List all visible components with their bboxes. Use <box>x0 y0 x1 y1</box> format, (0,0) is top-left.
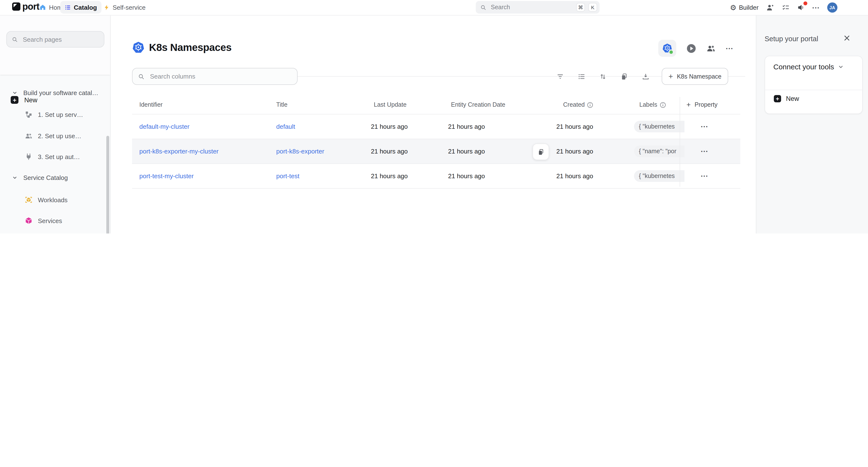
sidebar-search[interactable] <box>6 31 104 47</box>
plug-icon <box>25 153 33 161</box>
announcements-button[interactable] <box>797 3 805 12</box>
labels-chip[interactable]: { "kubernetes <box>634 170 684 182</box>
item-label: Services <box>38 217 62 224</box>
cell-title-link[interactable]: port-test <box>276 172 299 180</box>
info-icon[interactable] <box>587 102 593 108</box>
tab-self-service[interactable]: Self-service <box>99 1 150 13</box>
search-columns-input[interactable] <box>149 72 292 80</box>
ellipsis-icon: ••• <box>726 46 734 51</box>
more-menu-button[interactable]: ••• <box>812 5 820 10</box>
main-content: K8s Namespaces ••• <box>111 15 756 234</box>
column-header-last-update[interactable]: Last Update <box>374 101 407 108</box>
entities-table: Identifier Title Last Update Entity Crea… <box>132 97 740 189</box>
builder-label: Builder <box>739 4 758 11</box>
table-row[interactable]: port-k8s-exporter-my-cluster port-k8s-ex… <box>132 139 740 164</box>
page-title: K8s Namespaces <box>149 42 231 53</box>
plus-icon: + <box>686 101 691 108</box>
search-icon <box>12 36 18 42</box>
group-by-button[interactable] <box>578 72 586 80</box>
table-row[interactable]: default-my-cluster default 21 hours ago … <box>132 114 740 139</box>
chevron-down-icon <box>838 64 844 70</box>
page-more-menu[interactable]: ••• <box>726 46 734 51</box>
cell-title-link[interactable]: default <box>276 123 295 130</box>
table-toolbar <box>556 68 650 85</box>
sidebar-item-setup-automations[interactable]: 3. Set up aut… <box>0 149 110 164</box>
close-icon <box>843 34 850 42</box>
labels-chip[interactable]: { "name": "por <box>634 145 684 157</box>
add-button-label: K8s Namespace <box>677 73 721 80</box>
column-header-entity-creation-date[interactable]: Entity Creation Date <box>451 101 505 108</box>
cell-created: 21 hours ago <box>556 172 593 180</box>
item-label: 1. Set up serv… <box>38 111 83 118</box>
connect-tools-accordion[interactable]: Connect your tools <box>773 63 844 71</box>
column-divider <box>680 97 680 187</box>
global-search-input[interactable] <box>490 3 573 11</box>
tasks-button[interactable] <box>781 3 789 12</box>
k-key-badge: K <box>588 3 597 12</box>
search-columns[interactable] <box>132 68 298 85</box>
sidebar-scrollbar[interactable] <box>106 136 109 234</box>
filter-icon <box>556 72 564 80</box>
cell-identifier-link[interactable]: port-k8s-exporter-my-cluster <box>139 148 219 155</box>
sidebar-item-setup-users[interactable]: 2. Set up use… <box>0 129 110 143</box>
column-header-created[interactable]: Created <box>563 101 593 108</box>
cell-title-link[interactable]: port-k8s-exporter <box>276 148 324 155</box>
connect-tools-label: Connect your tools <box>773 63 834 71</box>
panel-new-label: New <box>786 95 799 102</box>
labels-chip[interactable]: { "kubernetes <box>634 121 684 132</box>
user-avatar[interactable]: JA <box>827 2 837 12</box>
cell-entity-creation-date: 21 hours ago <box>448 148 485 155</box>
page-actions: ••• <box>658 40 734 57</box>
setup-portal-panel: Setup your portal Connect your tools + N… <box>756 15 868 234</box>
cell-entity-creation-date: 21 hours ago <box>448 172 485 180</box>
play-button[interactable] <box>687 44 695 53</box>
tab-catalog[interactable]: Catalog <box>60 1 101 13</box>
panel-new-button[interactable]: + New <box>774 95 799 102</box>
plus-icon: + <box>774 95 781 102</box>
sidebar-item-workloads[interactable]: Workloads <box>0 193 110 207</box>
plus-icon: + <box>669 72 673 80</box>
sidebar-section-build-catalog[interactable]: Build your software catal… <box>0 85 110 100</box>
sidebar-section-service-catalog[interactable]: Service Catalog <box>0 170 110 185</box>
add-property-label: Property <box>695 101 718 108</box>
item-label: 2. Set up use… <box>38 132 81 139</box>
column-header-labels[interactable]: Labels <box>639 101 666 108</box>
tab-catalog-label: Catalog <box>74 4 97 11</box>
info-icon[interactable] <box>660 102 666 108</box>
section-label: Service Catalog <box>23 174 68 181</box>
row-menu-button[interactable]: ••• <box>701 124 709 129</box>
table-row[interactable]: port-test-my-cluster port-test 21 hours … <box>132 164 740 189</box>
copy-table-button[interactable] <box>620 72 628 80</box>
copy-value-button[interactable] <box>532 143 549 160</box>
add-property-button[interactable]: + Property <box>686 101 717 108</box>
page-kubernetes-icon <box>132 41 145 54</box>
tab-self-service-label: Self-service <box>113 4 146 11</box>
sidebar-search-input[interactable] <box>22 35 99 43</box>
global-search[interactable]: ⌘ K <box>476 1 599 13</box>
invite-user-button[interactable] <box>766 3 774 12</box>
column-header-identifier[interactable]: Identifier <box>139 101 163 108</box>
close-panel-button[interactable] <box>843 34 850 42</box>
sort-button[interactable] <box>599 72 607 80</box>
builder-button[interactable]: ⚙ Builder <box>730 4 758 11</box>
checklist-icon <box>781 3 789 12</box>
filter-button[interactable] <box>556 72 564 80</box>
row-menu-button[interactable]: ••• <box>701 174 709 178</box>
sidebar-item-services[interactable]: Services <box>0 213 110 228</box>
item-label: Workloads <box>38 196 67 203</box>
column-header-title[interactable]: Title <box>276 101 287 108</box>
add-k8s-namespace-button[interactable]: + K8s Namespace <box>662 68 728 85</box>
cell-identifier-link[interactable]: default-my-cluster <box>139 123 190 130</box>
cmd-key-badge: ⌘ <box>576 3 585 12</box>
chevron-down-icon <box>12 90 18 95</box>
home-icon <box>39 4 46 11</box>
divider <box>765 90 862 90</box>
sidebar-item-setup-service[interactable]: 1. Set up serv… <box>0 107 110 122</box>
workloads-cube-icon <box>25 196 33 204</box>
cell-identifier-link[interactable]: port-test-my-cluster <box>139 172 194 180</box>
data-source-status-button[interactable] <box>658 40 676 57</box>
cell-created: 21 hours ago <box>556 123 593 130</box>
permissions-button[interactable] <box>706 44 715 53</box>
download-button[interactable] <box>642 72 650 80</box>
row-menu-button[interactable]: ••• <box>701 149 709 154</box>
